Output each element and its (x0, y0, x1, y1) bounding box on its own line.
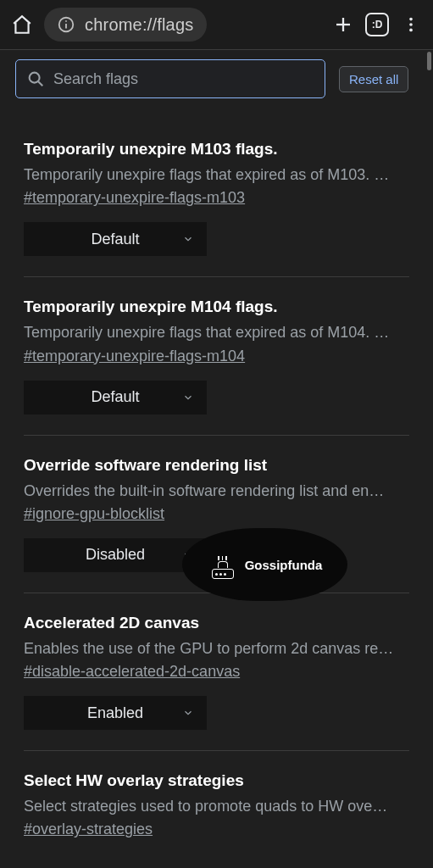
tab-switcher-icon[interactable]: :D (365, 13, 389, 36)
new-tab-icon[interactable] (331, 13, 355, 36)
flag-title: Select HW overlay strategies (24, 771, 409, 790)
flag-title: Temporarily unexpire M103 flags. (24, 140, 409, 159)
watermark: Gossipfunda (182, 528, 347, 601)
flag-hash-link[interactable]: #overlay-strategies (24, 821, 153, 838)
chevron-down-icon (182, 392, 194, 403)
flag-select-value: Default (91, 388, 139, 406)
flag-hash-link[interactable]: #temporary-unexpire-flags-m103 (24, 189, 245, 207)
reset-all-button[interactable]: Reset all (339, 66, 408, 92)
page-scrollbar[interactable] (427, 52, 431, 70)
omnibox[interactable]: chrome://flags (44, 8, 207, 42)
search-row: Reset all (0, 50, 433, 108)
flag-hash-link[interactable]: #disable-accelerated-2d-canvas (24, 663, 240, 681)
svg-point-5 (409, 18, 413, 21)
flag-description: Temporarily unexpire flags that expired … (24, 322, 409, 342)
flag-item: Select HW overlay strategies Select stra… (24, 751, 409, 859)
menu-icon[interactable] (399, 13, 423, 36)
flag-title: Accelerated 2D canvas (24, 614, 409, 632)
flag-description: Overrides the built-in software renderin… (24, 481, 409, 501)
tab-count: :D (372, 19, 383, 31)
chevron-down-icon (182, 233, 194, 245)
flags-list: Temporarily unexpire M103 flags. Tempora… (0, 108, 433, 859)
watermark-label: Gossipfunda (245, 558, 323, 572)
svg-point-2 (65, 20, 67, 22)
info-icon (54, 13, 78, 36)
flag-select[interactable]: Default (24, 381, 207, 415)
flag-hash-link[interactable]: #ignore-gpu-blocklist (24, 505, 164, 523)
flag-select-value: Default (91, 231, 139, 248)
home-icon[interactable] (10, 13, 34, 36)
flag-description: Enables the use of the GPU to perform 2d… (24, 638, 409, 659)
flag-select[interactable]: Default (24, 222, 207, 256)
flag-description: Select strategies used to promote quads … (24, 796, 409, 816)
svg-point-7 (409, 29, 413, 32)
search-box[interactable] (15, 59, 325, 98)
search-input[interactable] (53, 70, 314, 88)
watermark-robot-icon (208, 550, 238, 579)
flag-item: Accelerated 2D canvas Enables the use of… (24, 593, 409, 751)
flag-item: Temporarily unexpire M104 flags. Tempora… (24, 277, 409, 435)
svg-point-8 (30, 73, 40, 83)
flag-item: Temporarily unexpire M103 flags. Tempora… (24, 108, 409, 277)
chevron-down-icon (182, 707, 194, 719)
search-icon (26, 70, 45, 88)
flag-select[interactable]: Disabled (24, 538, 207, 572)
flag-description: Temporarily unexpire flags that expired … (24, 164, 409, 185)
flag-select-value: Enabled (87, 704, 143, 722)
flag-hash-link[interactable]: #temporary-unexpire-flags-m104 (24, 348, 245, 365)
svg-line-9 (38, 81, 42, 86)
flag-select-value: Disabled (86, 546, 145, 564)
svg-point-6 (409, 23, 413, 26)
flag-title: Override software rendering list (24, 456, 409, 475)
browser-top-bar: chrome://flags :D (0, 0, 433, 50)
flag-select[interactable]: Enabled (24, 696, 207, 730)
flag-title: Temporarily unexpire M104 flags. (24, 298, 409, 316)
omnibox-url: chrome://flags (85, 15, 193, 35)
